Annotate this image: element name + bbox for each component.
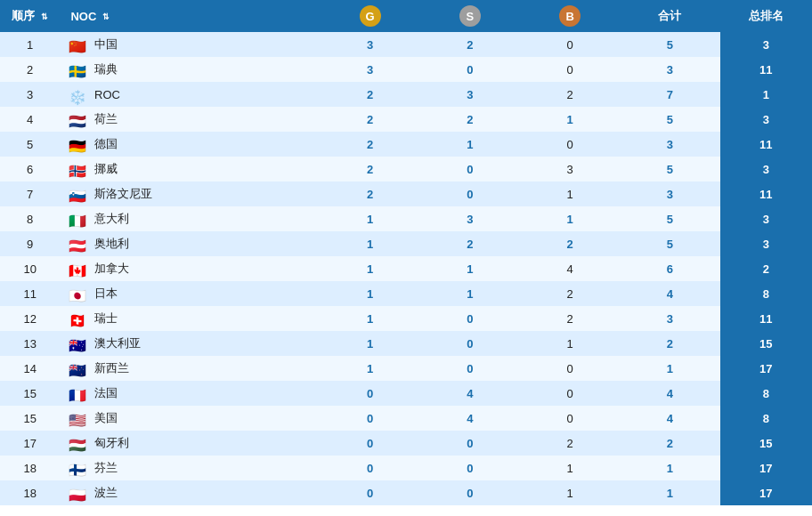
table-row: 2 🇸🇪 瑞典 3 0 0 3 11 bbox=[0, 57, 812, 82]
country-name: 波兰 bbox=[94, 486, 118, 499]
country-flag: 🇨🇦 bbox=[69, 262, 86, 275]
rank-cell: 18 bbox=[0, 456, 60, 480]
country-name: 意大利 bbox=[94, 212, 129, 225]
silver-cell: 0 bbox=[420, 356, 520, 381]
gold-cell: 1 bbox=[320, 306, 419, 331]
noc-cell: 🇦🇹 奥地利 bbox=[60, 231, 320, 256]
noc-sort-icon[interactable]: ⇅ bbox=[102, 12, 110, 21]
gold-cell: 1 bbox=[320, 281, 419, 306]
noc-cell: 🇫🇷 法国 bbox=[60, 381, 320, 406]
bronze-cell: 0 bbox=[520, 57, 620, 82]
country-flag: 🇸🇮 bbox=[69, 188, 86, 200]
rank-cell: 7 bbox=[0, 181, 60, 206]
bronze-cell: 0 bbox=[520, 406, 620, 431]
country-flag: 🇳🇿 bbox=[69, 362, 86, 375]
rank-cell: 6 bbox=[0, 157, 60, 181]
noc-cell: 🇮🇹 意大利 bbox=[60, 206, 320, 231]
silver-cell: 0 bbox=[420, 181, 520, 206]
noc-cell: ❄️ ROC bbox=[60, 82, 320, 107]
country-flag: 🇩🇪 bbox=[69, 138, 86, 150]
rank-cell: 17 bbox=[0, 431, 60, 456]
table-row: 4 🇳🇱 荷兰 2 2 1 5 3 bbox=[0, 107, 812, 132]
country-flag: 🇵🇱 bbox=[69, 487, 86, 499]
country-flag: 🇦🇹 bbox=[69, 238, 86, 250]
country-name: 加拿大 bbox=[94, 262, 129, 275]
gold-cell: 0 bbox=[320, 381, 419, 406]
rank-cell: 15 bbox=[0, 406, 60, 431]
overall-cell: 2 bbox=[720, 256, 812, 281]
rank-cell: 10 bbox=[0, 256, 60, 281]
noc-cell: 🇨🇭 瑞士 bbox=[60, 306, 320, 331]
table-row: 10 🇨🇦 加拿大 1 1 4 6 2 bbox=[0, 256, 812, 281]
overall-cell: 17 bbox=[720, 456, 812, 480]
bronze-cell: 2 bbox=[520, 431, 620, 456]
country-flag: 🇯🇵 bbox=[69, 287, 86, 300]
rank-label: 顺序 bbox=[12, 9, 35, 22]
country-flag: 🇨🇳 bbox=[69, 38, 86, 51]
total-cell: 2 bbox=[620, 331, 719, 356]
silver-cell: 0 bbox=[420, 431, 520, 456]
gold-cell: 2 bbox=[320, 181, 419, 206]
noc-cell: 🇸🇮 斯洛文尼亚 bbox=[60, 181, 320, 206]
country-flag: 🇺🇸 bbox=[69, 412, 86, 424]
silver-cell: 2 bbox=[420, 32, 520, 57]
overall-cell: 11 bbox=[720, 181, 812, 206]
col-noc-header[interactable]: NOC ⇅ bbox=[60, 0, 320, 32]
overall-cell: 17 bbox=[720, 356, 812, 381]
col-overall-header[interactable]: 总排名 bbox=[720, 0, 812, 32]
country-flag: 🇦🇺 bbox=[69, 337, 86, 350]
rank-cell: 15 bbox=[0, 381, 60, 406]
total-cell: 1 bbox=[620, 456, 719, 480]
table-row: 6 🇳🇴 挪威 2 0 3 5 3 bbox=[0, 157, 812, 181]
country-flag: 🇭🇺 bbox=[69, 437, 86, 449]
col-silver-header[interactable]: S bbox=[420, 0, 520, 32]
gold-cell: 1 bbox=[320, 256, 419, 281]
silver-cell: 2 bbox=[420, 231, 520, 256]
bronze-cell: 3 bbox=[520, 157, 620, 181]
silver-cell: 0 bbox=[420, 57, 520, 82]
gold-cell: 1 bbox=[320, 206, 419, 231]
col-total-header[interactable]: 合计 bbox=[620, 0, 719, 32]
table-header: 顺序 ⇅ NOC ⇅ G S B 合计 总排名 bbox=[0, 0, 812, 32]
overall-cell: 3 bbox=[720, 107, 812, 132]
bronze-cell: 2 bbox=[520, 231, 620, 256]
gold-cell: 0 bbox=[320, 456, 419, 480]
silver-cell: 2 bbox=[420, 107, 520, 132]
table-row: 15 🇫🇷 法国 0 4 0 4 8 bbox=[0, 381, 812, 406]
country-name: 挪威 bbox=[94, 162, 118, 175]
overall-cell: 15 bbox=[720, 331, 812, 356]
total-cell: 4 bbox=[620, 406, 719, 431]
country-name: 瑞士 bbox=[94, 311, 118, 325]
rank-cell: 4 bbox=[0, 107, 60, 132]
country-flag: 🇫🇷 bbox=[69, 387, 86, 399]
gold-cell: 3 bbox=[320, 32, 419, 57]
gold-cell: 2 bbox=[320, 107, 419, 132]
noc-cell: 🇳🇴 挪威 bbox=[60, 157, 320, 181]
overall-label: 总排名 bbox=[749, 9, 784, 22]
silver-cell: 4 bbox=[420, 406, 520, 431]
silver-cell: 0 bbox=[420, 157, 520, 181]
country-name: 澳大利亚 bbox=[94, 336, 141, 350]
bronze-cell: 0 bbox=[520, 356, 620, 381]
bronze-cell: 1 bbox=[520, 480, 620, 505]
col-gold-header[interactable]: G bbox=[320, 0, 419, 32]
rank-sort-icon[interactable]: ⇅ bbox=[41, 12, 48, 21]
col-rank-header[interactable]: 顺序 ⇅ bbox=[0, 0, 60, 32]
overall-cell: 11 bbox=[720, 57, 812, 82]
bronze-cell: 2 bbox=[520, 306, 620, 331]
rank-cell: 5 bbox=[0, 132, 60, 157]
gold-cell: 1 bbox=[320, 331, 419, 356]
gold-cell: 2 bbox=[320, 82, 419, 107]
overall-cell: 3 bbox=[720, 206, 812, 231]
noc-cell: 🇦🇺 澳大利亚 bbox=[60, 331, 320, 356]
bronze-cell: 2 bbox=[520, 82, 620, 107]
bronze-cell: 0 bbox=[520, 132, 620, 157]
col-bronze-header[interactable]: B bbox=[520, 0, 620, 32]
noc-label: NOC bbox=[70, 10, 96, 23]
noc-cell: 🇺🇸 美国 bbox=[60, 406, 320, 431]
gold-cell: 1 bbox=[320, 231, 419, 256]
rank-cell: 13 bbox=[0, 331, 60, 356]
overall-cell: 3 bbox=[720, 157, 812, 181]
bronze-cell: 0 bbox=[520, 381, 620, 406]
noc-cell: 🇵🇱 波兰 bbox=[60, 480, 320, 505]
